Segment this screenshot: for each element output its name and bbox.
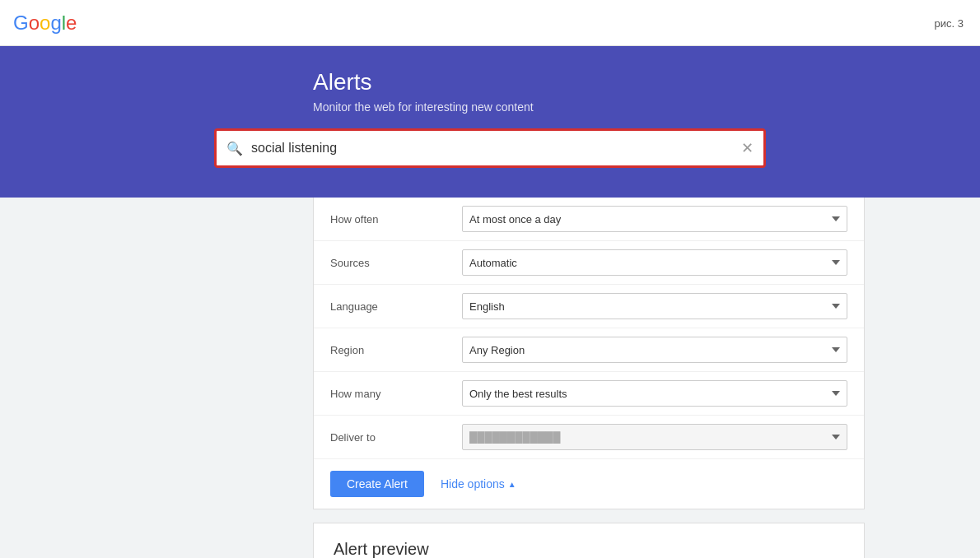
- option-row-how-often: How often At most once a day As-it-happe…: [314, 198, 864, 241]
- pic-label: рис. 3: [935, 16, 964, 29]
- how-often-select[interactable]: At most once a day As-it-happens At most…: [462, 206, 847, 232]
- google-logo: Google: [13, 12, 77, 35]
- page-subtitle: Monitor the web for interesting new cont…: [313, 100, 534, 114]
- deliver-to-select[interactable]: ████████████: [462, 424, 847, 450]
- search-input[interactable]: [251, 141, 741, 156]
- region-select[interactable]: Any Region United States United Kingdom: [462, 337, 847, 363]
- option-row-deliver-to: Deliver to ████████████: [314, 416, 864, 459]
- search-box: 🔍 ✕: [214, 128, 766, 168]
- chevron-up-icon: ▲: [508, 480, 516, 489]
- actions-row: Create Alert Hide options ▲: [314, 459, 864, 509]
- option-label-language: Language: [330, 300, 462, 313]
- option-row-language: Language English French German Spanish: [314, 285, 864, 328]
- option-label-sources: Sources: [330, 257, 462, 269]
- close-icon[interactable]: ✕: [741, 139, 754, 157]
- option-label-how-often: How often: [330, 213, 462, 226]
- language-select[interactable]: English French German Spanish: [462, 293, 847, 319]
- how-many-select[interactable]: Only the best results All results: [462, 380, 847, 407]
- main-content: How often At most once a day As-it-happe…: [0, 198, 980, 558]
- search-icon: 🔍: [226, 141, 243, 156]
- create-alert-button[interactable]: Create Alert: [330, 471, 424, 497]
- page-title: Alerts: [313, 69, 372, 95]
- option-label-deliver-to: Deliver to: [330, 431, 462, 444]
- option-row-how-many: How many Only the best results All resul…: [314, 372, 864, 416]
- hide-options-label: Hide options: [441, 477, 505, 491]
- sources-select[interactable]: Automatic News Blogs Web: [462, 249, 847, 276]
- option-row-region: Region Any Region United States United K…: [314, 328, 864, 372]
- preview-title: Alert preview: [334, 540, 844, 558]
- alert-preview-panel: Alert preview NEWS Five tips to ensure y…: [313, 523, 865, 558]
- header: Google рис. 3: [0, 0, 980, 46]
- option-label-how-many: How many: [330, 388, 462, 400]
- hide-options-link[interactable]: Hide options ▲: [441, 477, 516, 491]
- options-panel: How often At most once a day As-it-happe…: [313, 198, 865, 509]
- blue-banner: Alerts Monitor the web for interesting n…: [0, 46, 980, 198]
- option-label-region: Region: [330, 344, 462, 356]
- option-row-sources: Sources Automatic News Blogs Web: [314, 241, 864, 285]
